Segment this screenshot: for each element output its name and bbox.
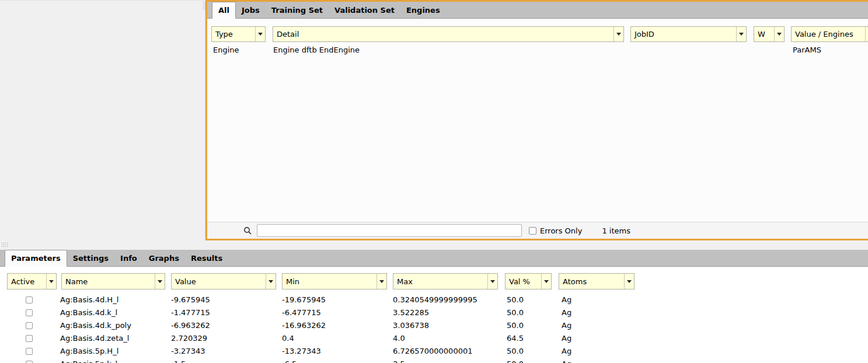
param-atoms: Ag bbox=[562, 332, 571, 345]
active-checkbox[interactable] bbox=[26, 296, 33, 303]
chevron-down-icon[interactable] bbox=[155, 274, 165, 289]
param-value: -6.963262 bbox=[171, 319, 210, 332]
jobs-table: Type Detail JobID W Value / Engines Engi… bbox=[207, 19, 868, 222]
param-max: 3.036738 bbox=[393, 319, 429, 332]
table-row[interactable]: Engine Engine dftb EndEngine ParAMS bbox=[207, 44, 868, 56]
active-checkbox[interactable] bbox=[26, 322, 33, 329]
chevron-down-icon[interactable] bbox=[736, 27, 746, 41]
chevron-down-icon[interactable] bbox=[255, 27, 265, 41]
filter-value[interactable]: Value bbox=[171, 273, 276, 289]
jobs-panel: All Jobs Training Set Validation Set Eng… bbox=[205, 0, 868, 240]
param-atoms: Ag bbox=[562, 319, 571, 332]
filter-value-engines[interactable]: Value / Engines bbox=[791, 26, 868, 42]
tab-parameters[interactable]: Parameters bbox=[5, 250, 67, 267]
chevron-down-icon[interactable] bbox=[541, 274, 551, 289]
tab-all[interactable]: All bbox=[212, 2, 236, 19]
tab-validation-set[interactable]: Validation Set bbox=[329, 2, 400, 18]
filter-type-label: Type bbox=[212, 30, 255, 39]
filter-type[interactable]: Type bbox=[211, 26, 266, 42]
filter-jobid[interactable]: JobID bbox=[630, 26, 747, 42]
chevron-down-icon[interactable] bbox=[865, 27, 868, 41]
param-min: -19.675945 bbox=[282, 294, 326, 306]
param-max: 6.726570000000001 bbox=[393, 345, 472, 358]
chevron-down-icon[interactable] bbox=[377, 274, 386, 289]
filter-active-label: Active bbox=[8, 277, 46, 286]
param-val-pct: 50.0 bbox=[507, 358, 524, 363]
chevron-down-icon[interactable] bbox=[774, 27, 784, 41]
param-val-pct: 50.0 bbox=[507, 345, 524, 358]
param-value: -1.477715 bbox=[171, 306, 210, 319]
param-val-pct: 50.0 bbox=[507, 306, 524, 319]
filter-detail[interactable]: Detail bbox=[273, 26, 624, 42]
param-name: Ag:Basis.5p.H_l bbox=[60, 345, 118, 358]
errors-only-checkbox[interactable] bbox=[529, 227, 536, 235]
vertical-splitter-grip[interactable] bbox=[203, 1, 206, 9]
filter-min[interactable]: Min bbox=[282, 273, 387, 289]
filter-atoms[interactable]: Atoms bbox=[559, 273, 635, 289]
horizontal-splitter[interactable] bbox=[0, 240, 868, 250]
filter-jobid-label: JobID bbox=[631, 30, 736, 39]
param-min: -13.27343 bbox=[282, 345, 321, 358]
filter-name-label: Name bbox=[62, 277, 155, 286]
active-checkbox[interactable] bbox=[26, 335, 33, 342]
filter-val-pct[interactable]: Val % bbox=[505, 273, 552, 289]
table-row[interactable]: Ag:Basis.4d.k_l -1.477715 -6.477715 3.52… bbox=[0, 306, 868, 319]
table-row[interactable]: Ag:Basis.4d.zeta_l 2.720329 0.4 4.0 64.5… bbox=[0, 332, 868, 345]
table-row[interactable]: Ag:Basis.5p.k_l -1.5 -6.5 3.5 50.0 Ag bbox=[0, 358, 868, 363]
table-row[interactable]: Ag:Basis.4d.k_poly -6.963262 -16.963262 … bbox=[0, 319, 868, 332]
search-icon bbox=[243, 226, 252, 235]
left-empty-panel bbox=[0, 0, 205, 240]
table-row[interactable]: Ag:Basis.4d.H_l -9.675945 -19.675945 0.3… bbox=[0, 294, 868, 306]
param-min: -6.477715 bbox=[282, 306, 321, 319]
tab-training-set[interactable]: Training Set bbox=[266, 2, 329, 18]
param-value: -9.675945 bbox=[171, 294, 210, 306]
search-input[interactable] bbox=[257, 224, 522, 237]
filter-min-label: Min bbox=[283, 277, 377, 286]
errors-only-label: Errors Only bbox=[540, 226, 582, 235]
filter-max-label: Max bbox=[393, 277, 487, 286]
filter-w[interactable]: W bbox=[754, 26, 785, 42]
tab-jobs[interactable]: Jobs bbox=[236, 2, 266, 18]
param-max: 3.5 bbox=[393, 358, 405, 363]
jobs-tabbar: All Jobs Training Set Validation Set Eng… bbox=[207, 2, 868, 19]
tab-engines[interactable]: Engines bbox=[400, 2, 446, 18]
tab-results[interactable]: Results bbox=[185, 250, 228, 266]
table-row[interactable]: Ag:Basis.5p.H_l -3.27343 -13.27343 6.726… bbox=[0, 345, 868, 358]
param-value: -1.5 bbox=[171, 358, 186, 363]
chevron-down-icon[interactable] bbox=[266, 274, 276, 289]
chevron-down-icon[interactable] bbox=[624, 274, 634, 289]
param-name: Ag:Basis.5p.k_l bbox=[60, 358, 117, 363]
param-min: 0.4 bbox=[282, 332, 294, 345]
filter-name[interactable]: Name bbox=[61, 273, 165, 289]
param-max: 0.3240549999999995 bbox=[393, 294, 477, 306]
tab-graphs[interactable]: Graphs bbox=[143, 250, 185, 266]
horizontal-splitter-grip[interactable] bbox=[1, 242, 8, 248]
chevron-down-icon[interactable] bbox=[613, 27, 623, 41]
chevron-down-icon[interactable] bbox=[487, 274, 497, 289]
filter-w-label: W bbox=[754, 30, 774, 39]
param-val-pct: 50.0 bbox=[507, 294, 524, 306]
param-value: -3.27343 bbox=[171, 345, 205, 358]
tab-info[interactable]: Info bbox=[114, 250, 143, 266]
job-detail: Engine dftb EndEngine bbox=[273, 44, 360, 56]
active-checkbox[interactable] bbox=[26, 309, 33, 316]
filter-active[interactable]: Active bbox=[7, 273, 57, 289]
tab-settings[interactable]: Settings bbox=[67, 250, 114, 266]
filter-value-label: Value bbox=[172, 277, 266, 286]
parameters-tabbar: Parameters Settings Info Graphs Results bbox=[0, 250, 868, 267]
items-count: 1 items bbox=[602, 226, 630, 235]
active-checkbox[interactable] bbox=[26, 361, 33, 363]
active-checkbox[interactable] bbox=[26, 348, 33, 355]
param-name: Ag:Basis.4d.k_poly bbox=[60, 319, 131, 332]
param-name: Ag:Basis.4d.k_l bbox=[60, 306, 117, 319]
param-min: -16.963262 bbox=[282, 319, 326, 332]
filter-detail-label: Detail bbox=[273, 30, 613, 39]
param-name: Ag:Basis.4d.zeta_l bbox=[60, 332, 129, 345]
parameters-table: Active Name Value Min Max Val % Atoms bbox=[0, 267, 868, 363]
filter-atoms-label: Atoms bbox=[559, 277, 624, 286]
parameters-rows: Ag:Basis.4d.H_l -9.675945 -19.675945 0.3… bbox=[0, 294, 868, 363]
filter-max[interactable]: Max bbox=[393, 273, 498, 289]
chevron-down-icon[interactable] bbox=[46, 274, 56, 289]
filter-val-pct-label: Val % bbox=[506, 277, 541, 286]
param-name: Ag:Basis.4d.H_l bbox=[60, 294, 118, 306]
